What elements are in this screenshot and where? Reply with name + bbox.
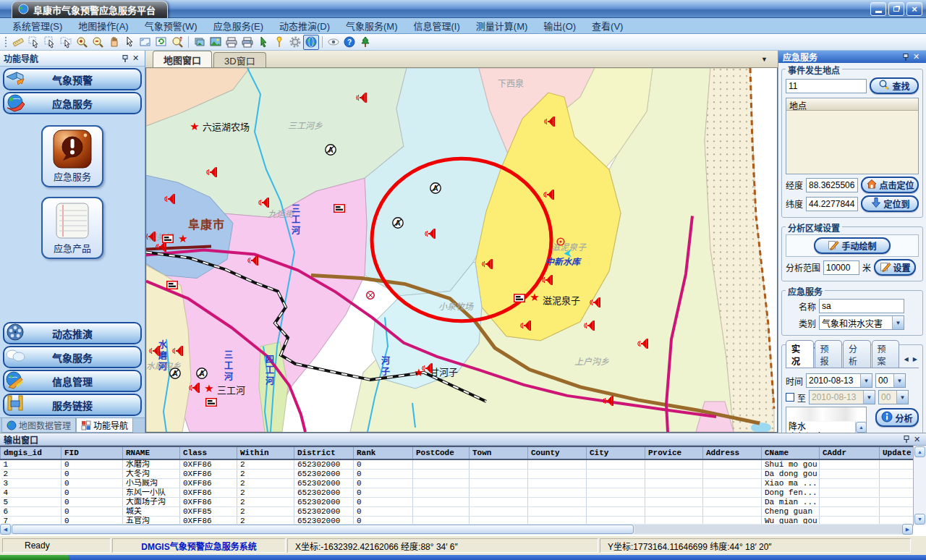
manual-draw-button[interactable]: 手动绘制	[814, 237, 891, 254]
place-list[interactable]: 地点	[786, 98, 919, 174]
menu-item[interactable]: 输出(O)	[535, 17, 584, 35]
pin-icon[interactable]	[901, 434, 912, 444]
restore-button[interactable]	[888, 2, 904, 16]
longitude-input[interactable]	[806, 178, 858, 192]
search-button[interactable]: 查找	[870, 77, 919, 94]
table-row[interactable]: 40东风一小队0XFF8626523020000Dong fen...	[1, 488, 914, 498]
nav-big-button[interactable]: 应急产品	[41, 197, 103, 259]
column-header[interactable]: Address	[703, 446, 762, 459]
star-marker-icon[interactable]: ★	[190, 121, 199, 132]
column-header[interactable]: Rank	[354, 446, 413, 459]
circle-x-icon[interactable]	[366, 291, 375, 300]
chevron-down-icon[interactable]: ▼	[892, 316, 904, 329]
warning-speaker-icon[interactable]	[205, 167, 218, 178]
warning-speaker-icon[interactable]	[424, 229, 436, 239]
help-button[interactable]: ?	[341, 35, 357, 50]
scroll-down-icon[interactable]: ▼	[914, 514, 925, 525]
flag-marker-icon[interactable]	[205, 398, 217, 407]
map-tab[interactable]: 地图窗口	[153, 51, 212, 67]
select-area-button[interactable]	[58, 35, 74, 50]
toolbar-grip[interactable]	[4, 36, 8, 48]
nav-bottom-tab[interactable]: 功能导航	[76, 418, 133, 433]
select-box-button[interactable]	[42, 35, 58, 50]
warning-speaker-icon[interactable]	[145, 232, 156, 242]
warning-speaker-icon[interactable]	[637, 339, 649, 349]
table-row[interactable]: 10水磨沟0XFF8626523020000Shui mo gou	[1, 459, 914, 470]
menu-item[interactable]: 测量计算(M)	[468, 17, 536, 35]
to-checkbox[interactable]	[786, 393, 794, 402]
tree-button[interactable]	[357, 35, 373, 50]
flag-marker-icon[interactable]	[334, 204, 345, 213]
element-list[interactable]: 降水空气温度 ▲	[786, 407, 867, 433]
menu-item[interactable]: 信息管理(I)	[406, 17, 468, 35]
full-extent-button[interactable]	[137, 35, 153, 50]
locate-to-button[interactable]: 定位到	[861, 195, 919, 212]
table-row[interactable]: 20大冬沟0XFF8626523020000Da dong gou	[1, 470, 914, 479]
column-header[interactable]: RNAME	[123, 446, 180, 459]
nav-bottom-tab[interactable]: 地图数据管理	[1, 418, 76, 433]
set-button[interactable]: 设置	[874, 259, 916, 276]
menu-item[interactable]: 查看(V)	[584, 17, 631, 35]
service-type-select[interactable]: 气象和洪水灾害▼	[819, 315, 904, 330]
flag-marker-icon[interactable]	[514, 294, 525, 302]
station-marker-icon[interactable]: A	[169, 368, 182, 380]
warning-speaker-icon[interactable]	[589, 297, 601, 308]
analysis-tab[interactable]: 预案	[872, 340, 900, 368]
warning-speaker-icon[interactable]	[188, 383, 200, 394]
pointer-button[interactable]	[122, 35, 137, 50]
column-header[interactable]: City	[587, 446, 645, 459]
warning-speaker-icon[interactable]	[171, 346, 184, 357]
map-image-button[interactable]	[208, 35, 224, 50]
nav-group-button[interactable]: 动态推演	[3, 322, 142, 344]
gear-button[interactable]	[287, 35, 303, 50]
close-icon[interactable]: ✕	[130, 54, 141, 64]
menu-item[interactable]: 气象服务(M)	[338, 17, 406, 35]
menu-item[interactable]: 应急服务(E)	[205, 17, 271, 35]
analyze-button[interactable]: 分析	[875, 408, 919, 427]
red-ring-icon[interactable]	[556, 237, 566, 247]
measure-button[interactable]	[10, 35, 26, 50]
pin-icon[interactable]	[900, 52, 911, 62]
hour-from-select[interactable]: 00▼	[875, 373, 906, 388]
column-header[interactable]: CName	[762, 446, 820, 459]
scroll-up-icon[interactable]: ▲	[914, 446, 925, 457]
nav-big-button[interactable]: 应急服务	[41, 125, 103, 187]
warning-speaker-icon[interactable]	[519, 321, 532, 331]
warning-speaker-icon[interactable]	[583, 321, 595, 331]
star-marker-icon[interactable]: ★	[414, 367, 423, 378]
click-locate-button[interactable]: 点击定位	[861, 177, 919, 193]
date-from-select[interactable]: 2010-08-13▼	[806, 373, 872, 388]
station-marker-icon[interactable]: A	[430, 182, 442, 195]
station-marker-icon[interactable]: A	[325, 144, 337, 156]
close-button[interactable]: ×	[906, 2, 922, 16]
printer-button[interactable]	[224, 35, 239, 50]
warning-speaker-icon[interactable]	[543, 116, 556, 127]
map-tab[interactable]: 3D窗口	[213, 52, 266, 67]
pin-icon[interactable]	[119, 54, 130, 64]
latitude-input[interactable]	[806, 197, 858, 211]
service-name-input[interactable]	[819, 299, 904, 313]
warning-speaker-icon[interactable]	[258, 198, 270, 208]
flag-marker-icon[interactable]	[162, 234, 174, 243]
map-tab-dropdown-icon[interactable]: ▼	[761, 56, 768, 63]
menu-item[interactable]: 地图操作(A)	[70, 17, 136, 35]
output-vertical-scrollbar[interactable]: ▲ ▼	[913, 446, 926, 525]
location-keyword-input[interactable]	[786, 79, 867, 93]
scroll-right-icon[interactable]: ▶	[902, 524, 913, 535]
element-list-item[interactable]: 降水	[786, 422, 866, 432]
nav-group-button[interactable]: 信息管理	[3, 370, 142, 392]
output-horizontal-scrollbar[interactable]: ◀ ▶	[0, 524, 913, 535]
eye-button[interactable]	[326, 35, 341, 50]
table-row[interactable]: 30小马厩沟0XFF8626523020000Xiao ma ...	[1, 479, 914, 488]
warning-speaker-icon[interactable]	[602, 396, 614, 407]
zoom-scale-button[interactable]	[169, 35, 185, 50]
column-header[interactable]: Town	[470, 446, 528, 459]
analysis-tab[interactable]: 实况	[786, 340, 814, 368]
star-marker-icon[interactable]: ★	[178, 233, 187, 244]
column-header[interactable]: CAddr	[820, 446, 880, 459]
warning-speaker-icon[interactable]	[355, 93, 368, 103]
minimize-button[interactable]	[870, 2, 886, 16]
nav-group-button[interactable]: 气象服务	[3, 346, 142, 368]
zoom-out-button[interactable]	[90, 35, 106, 50]
column-header[interactable]: dmgis_id	[1, 446, 61, 459]
